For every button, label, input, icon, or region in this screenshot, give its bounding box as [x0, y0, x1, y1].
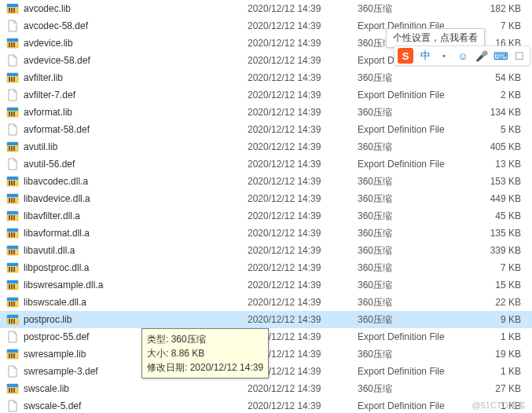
sogou-logo-icon[interactable]: S: [398, 48, 413, 64]
file-date: 2020/12/12 14:39: [248, 245, 358, 256]
file-name: avcodec-58.def: [24, 20, 248, 31]
svg-rect-27: [9, 181, 10, 185]
file-row[interactable]: avformat-58.def2020/12/12 14:39Export De…: [0, 121, 532, 138]
file-type: 360压缩: [358, 71, 475, 85]
svg-rect-59: [13, 284, 15, 289]
tooltip-type: 类型: 360压缩: [147, 332, 263, 346]
archive-icon: [6, 210, 19, 222]
file-size: 182 KB: [475, 3, 530, 14]
file-date: 2020/12/12 14:39: [248, 176, 358, 187]
archive-icon: [6, 37, 19, 49]
file-date: 2020/12/12 14:39: [248, 262, 358, 273]
file-row[interactable]: libavformat.dll.a2020/12/12 14:39360压缩13…: [0, 225, 532, 242]
file-size: 1 KB: [475, 331, 530, 342]
svg-rect-23: [11, 146, 13, 151]
svg-rect-37: [9, 215, 10, 220]
file-type: 360压缩: [358, 141, 475, 154]
file-type: 360压缩: [358, 296, 475, 309]
file-row[interactable]: libavdevice.dll.a2020/12/12 14:39360压缩44…: [0, 190, 532, 207]
svg-rect-72: [9, 353, 10, 358]
file-row[interactable]: avfilter-7.def2020/12/12 14:39Export Def…: [0, 86, 532, 104]
file-name: libavutil.dll.a: [24, 245, 248, 256]
svg-rect-56: [7, 280, 18, 283]
svg-rect-9: [13, 42, 15, 47]
archive-icon: [6, 261, 19, 274]
ime-keyboard-button[interactable]: ⌨: [493, 49, 508, 63]
file-row[interactable]: avcodec.lib2020/12/12 14:39360压缩182 KB: [0, 0, 532, 17]
ime-emoji-button[interactable]: ☺: [456, 49, 470, 63]
svg-rect-1: [7, 4, 18, 7]
svg-rect-34: [13, 198, 15, 203]
file-row[interactable]: avutil.lib2020/12/12 14:39360压缩405 KB: [0, 138, 532, 155]
file-size: 22 KB: [475, 297, 530, 308]
file-row[interactable]: swscale.lib2020/12/12 14:39360压缩27 KB: [0, 380, 532, 397]
ime-box-button[interactable]: ☐: [512, 49, 526, 63]
ime-mic-button[interactable]: 🎤: [475, 49, 489, 63]
archive-icon: [6, 313, 19, 326]
svg-rect-31: [7, 194, 18, 197]
file-name: avfilter.lib: [24, 72, 248, 83]
file-icon: [6, 20, 19, 32]
svg-rect-79: [13, 388, 15, 393]
file-size: 449 KB: [475, 193, 530, 204]
svg-rect-17: [9, 111, 10, 116]
svg-rect-69: [13, 319, 15, 323]
svg-rect-6: [7, 38, 18, 42]
file-row[interactable]: libavfilter.dll.a2020/12/12 14:39360压缩45…: [0, 207, 532, 225]
file-size: 15 KB: [475, 280, 530, 291]
svg-rect-7: [9, 42, 10, 47]
file-name: libpostproc.dll.a: [24, 262, 248, 273]
file-date: 2020/12/12 14:39: [248, 314, 358, 325]
file-date: 2020/12/12 14:39: [248, 20, 358, 31]
file-row[interactable]: libavcodec.dll.a2020/12/12 14:39360压缩153…: [0, 173, 532, 190]
svg-rect-66: [7, 315, 18, 318]
svg-rect-52: [9, 267, 10, 272]
ime-lang-button[interactable]: 中: [418, 49, 432, 63]
svg-rect-24: [13, 146, 15, 151]
file-row[interactable]: libavutil.dll.a2020/12/12 14:39360压缩339 …: [0, 242, 532, 259]
file-name: swscale-5.def: [24, 400, 248, 411]
svg-rect-51: [7, 263, 18, 266]
svg-rect-67: [9, 319, 10, 323]
file-size: 45 KB: [475, 210, 530, 221]
svg-rect-53: [11, 267, 13, 272]
file-name: swscale.lib: [24, 383, 248, 394]
file-date: 2020/12/12 14:39: [248, 90, 358, 101]
svg-rect-3: [11, 8, 13, 13]
file-size: 9 KB: [475, 314, 530, 325]
ime-punct-button[interactable]: •: [437, 49, 451, 63]
file-row[interactable]: libswresample.dll.a2020/12/12 14:39360压缩…: [0, 276, 532, 294]
file-row[interactable]: avformat.lib2020/12/12 14:39360压缩134 KB: [0, 104, 532, 121]
archive-icon: [6, 2, 19, 15]
file-type: 360压缩: [358, 261, 475, 275]
file-row[interactable]: avutil-56.def2020/12/12 14:39Export Defi…: [0, 155, 532, 173]
file-row[interactable]: libswscale.dll.a2020/12/12 14:39360压缩22 …: [0, 294, 532, 311]
svg-rect-39: [13, 215, 15, 220]
svg-rect-28: [11, 181, 13, 185]
archive-icon: [6, 279, 19, 291]
file-type: 360压缩: [358, 313, 475, 327]
svg-rect-49: [13, 250, 15, 254]
file-name: avcodec.lib: [24, 3, 248, 14]
file-date: 2020/12/12 14:39: [248, 72, 358, 83]
svg-rect-62: [9, 302, 10, 306]
file-row[interactable]: swscale-5.def2020/12/12 14:39Export Defi…: [0, 397, 532, 413]
file-type: 360压缩: [358, 279, 475, 292]
file-row[interactable]: avfilter.lib2020/12/12 14:39360压缩54 KB: [0, 69, 532, 86]
svg-rect-19: [13, 111, 15, 116]
file-icon: [6, 54, 19, 67]
file-name: libswresample.dll.a: [24, 280, 248, 291]
svg-rect-13: [11, 77, 13, 82]
file-size: 5 KB: [475, 124, 530, 135]
file-name: avdevice.lib: [24, 38, 248, 49]
file-icon: [6, 365, 19, 378]
file-date: 2020/12/12 14:39: [248, 124, 358, 135]
file-name: avutil-56.def: [24, 159, 248, 170]
svg-rect-42: [9, 232, 10, 237]
file-type: 360压缩: [358, 227, 475, 240]
file-row[interactable]: postproc.lib2020/12/12 14:39360压缩9 KB: [0, 311, 532, 328]
archive-icon: [6, 227, 19, 239]
ime-toolbar: S 中 • ☺ 🎤 ⌨ ☐: [394, 46, 530, 66]
file-row[interactable]: libpostproc.dll.a2020/12/12 14:39360压缩7 …: [0, 259, 532, 276]
file-date: 2020/12/12 14:39: [248, 210, 358, 221]
